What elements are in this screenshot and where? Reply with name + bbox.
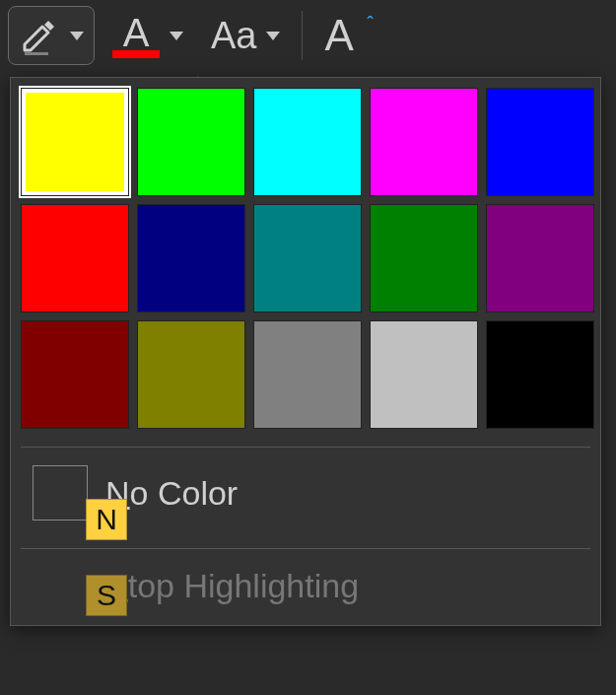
highlighter-split-button[interactable] [8,6,95,65]
color-swatch-lime[interactable] [137,88,245,196]
chevron-down-icon [266,32,280,40]
font-color-icon: A [112,13,160,58]
color-swatch-blue[interactable] [486,88,594,196]
color-swatch-teal[interactable] [253,204,362,313]
color-swatch-purple[interactable] [486,204,594,313]
color-swatch-cyan[interactable] [253,88,362,196]
stop-highlighting-item: Stop Highlighting S [21,557,590,615]
shortcut-badge-s: S [86,575,127,616]
color-swatch-yellow[interactable] [21,88,129,196]
color-swatch-green[interactable] [370,204,478,313]
change-case-icon: Aa [211,17,256,54]
color-swatch-black[interactable] [486,320,594,429]
change-case-button[interactable]: Aa [201,6,290,65]
no-color-item[interactable]: No Color N [21,455,590,530]
menu-separator [21,548,590,549]
font-color-split-button[interactable]: A [103,6,193,65]
chevron-up-icon: ˆ [367,13,374,35]
increase-font-icon: A ˆ [324,11,353,60]
color-swatch-silver[interactable] [370,320,478,429]
stop-highlighting-label: Stop Highlighting [105,567,359,605]
increase-font-button[interactable]: A ˆ [314,6,392,65]
toolbar: A Aa A ˆ [0,0,616,71]
color-swatch-gray[interactable] [253,320,362,429]
toolbar-divider [302,11,303,60]
color-swatch-grid [21,88,590,429]
no-color-icon [33,465,88,521]
highlight-color-dropdown: No Color N Stop Highlighting S [10,77,601,626]
svg-rect-0 [25,52,48,55]
color-swatch-red[interactable] [21,204,129,313]
font-color-underline [112,50,160,58]
color-swatch-maroon[interactable] [21,320,129,429]
menu-separator [21,447,590,448]
chevron-down-icon [70,32,84,40]
shortcut-badge-n: N [86,499,127,540]
color-swatch-olive[interactable] [137,320,245,429]
color-swatch-navy[interactable] [137,204,245,313]
color-swatch-magenta[interactable] [370,88,478,196]
chevron-down-icon [170,32,183,40]
highlighter-icon [19,15,60,56]
